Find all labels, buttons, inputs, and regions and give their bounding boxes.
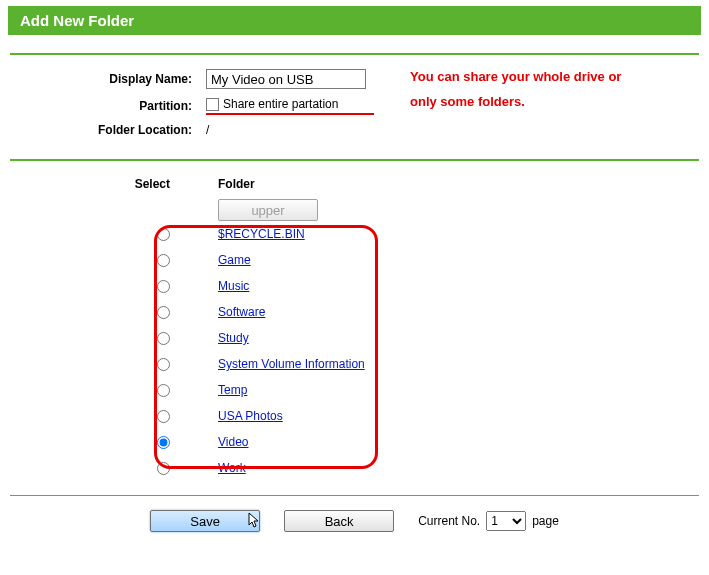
divider (10, 159, 699, 161)
folder-link[interactable]: Work (218, 461, 246, 475)
select-column-header: Select (0, 177, 206, 191)
display-name-input[interactable] (206, 69, 366, 89)
folder-location-label: Folder Location: (0, 123, 206, 137)
partition-label: Partition: (0, 99, 206, 113)
folder-radio[interactable] (157, 436, 170, 449)
folder-radio[interactable] (157, 410, 170, 423)
folder-location-value: / (206, 123, 396, 137)
folder-radio[interactable] (157, 358, 170, 371)
page-title: Add New Folder (8, 6, 701, 35)
folder-radio[interactable] (157, 384, 170, 397)
save-button[interactable]: Save (150, 510, 260, 532)
share-entire-label: Share entire partation (223, 97, 338, 111)
cursor-icon (248, 512, 260, 530)
upper-button: upper (218, 199, 318, 221)
page-label: page (532, 514, 559, 528)
display-name-label: Display Name: (0, 72, 206, 86)
folder-radio[interactable] (157, 280, 170, 293)
annotation-underline (206, 113, 374, 115)
folder-link[interactable]: USA Photos (218, 409, 283, 423)
folder-link[interactable]: Video (218, 435, 248, 449)
folder-link[interactable]: $RECYCLE.BIN (218, 227, 305, 241)
folder-link[interactable]: System Volume Information (218, 357, 365, 371)
folder-link[interactable]: Music (218, 279, 249, 293)
folder-radio[interactable] (157, 228, 170, 241)
folder-link[interactable]: Study (218, 331, 249, 345)
folder-link[interactable]: Software (218, 305, 265, 319)
divider (10, 495, 699, 496)
page-select[interactable]: 1 (486, 511, 526, 531)
folder-link[interactable]: Game (218, 253, 251, 267)
back-button[interactable]: Back (284, 510, 394, 532)
folder-link[interactable]: Temp (218, 383, 247, 397)
folder-radio[interactable] (157, 332, 170, 345)
folder-radio[interactable] (157, 306, 170, 319)
divider (10, 53, 699, 55)
share-entire-checkbox[interactable] (206, 98, 219, 111)
folder-radio[interactable] (157, 254, 170, 267)
current-no-label: Current No. (418, 514, 480, 528)
folder-column-header: Folder (206, 177, 255, 191)
folder-radio[interactable] (157, 462, 170, 475)
annotation-text: You can share your whole drive or only s… (400, 65, 680, 141)
